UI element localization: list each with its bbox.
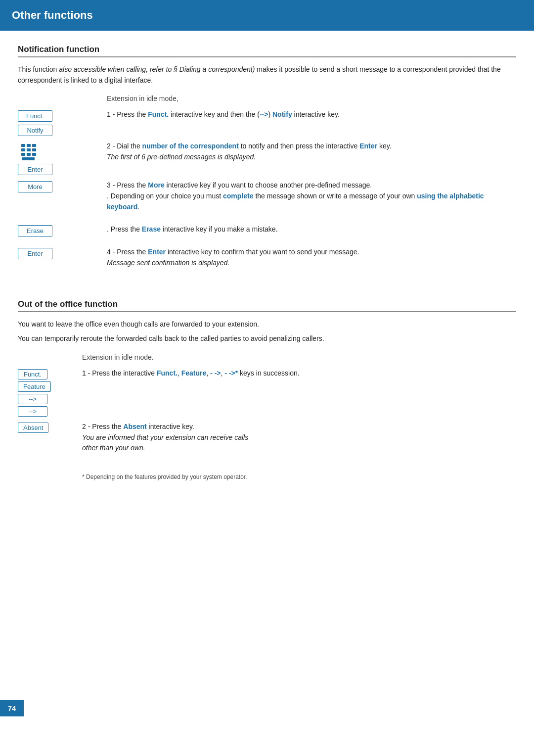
office-section-title: Out of the office function: [18, 299, 516, 312]
notification-section: Notification function This function also…: [18, 45, 516, 276]
enter-key-2[interactable]: Enter: [18, 248, 52, 259]
office-extension-idle: Extension in idle mode.: [82, 353, 154, 361]
office-step2: Absent 2 - Press the Absent interactive …: [18, 422, 516, 461]
office-intro1: You want to leave the office even though…: [18, 319, 516, 330]
keypad-icon: [18, 143, 40, 161]
notification-intro: This function also accessible when calli…: [18, 64, 516, 86]
page-number-badge: 74: [0, 700, 24, 716]
office-footnote: * Depending on the features provided by …: [82, 473, 247, 480]
erase-desc: . Press the Erase interactive key if you…: [107, 224, 516, 242]
erase-key[interactable]: Erase: [18, 225, 52, 236]
notification-step3: More 3 - Press the More interactive key …: [18, 180, 516, 219]
funct-key[interactable]: Funct.: [18, 110, 52, 122]
oof-step2-keys: Absent: [18, 422, 82, 461]
step1-keys: Funct. Notify: [18, 109, 107, 136]
oof-step1-keys: Funct. Feature --> -->: [18, 368, 82, 417]
step3-desc: 3 - Press the More interactive key if yo…: [107, 180, 516, 219]
office-section: Out of the office function You want to l…: [18, 299, 516, 480]
absent-key[interactable]: Absent: [18, 423, 48, 433]
oof-step1-desc: 1 - Press the interactive Funct., Featur…: [82, 368, 516, 417]
notification-step4: Enter 4 - Press the Enter interactive ke…: [18, 247, 516, 275]
funct-key-oof[interactable]: Funct.: [18, 369, 47, 379]
main-content: Notification function This function also…: [0, 31, 534, 498]
enter-key-1[interactable]: Enter: [18, 164, 52, 175]
step2-desc: 2 - Dial the number of the correspondent…: [107, 141, 516, 175]
page-header: Other functions: [0, 0, 534, 31]
step2-keys: Enter: [18, 141, 107, 175]
step3-keys: More: [18, 180, 107, 219]
page-number: 74: [8, 704, 16, 712]
step4-desc: 4 - Press the Enter interactive key to c…: [107, 247, 516, 275]
notification-extension-idle: Extension in idle mode,: [107, 94, 178, 102]
more-key[interactable]: More: [18, 181, 52, 192]
oof-step2-desc: 2 - Press the Absent interactive key. Yo…: [82, 422, 516, 461]
feature-key[interactable]: Feature: [18, 381, 51, 392]
step4-keys: Enter: [18, 247, 107, 275]
erase-keys: Erase: [18, 224, 107, 242]
notify-key[interactable]: Notify: [18, 125, 52, 136]
arrow-key-1[interactable]: -->: [18, 394, 47, 404]
notification-erase: Erase . Press the Erase interactive key …: [18, 224, 516, 242]
notification-step2: Enter 2 - Dial the number of the corresp…: [18, 141, 516, 175]
notification-step1: Funct. Notify 1 - Press the Funct. inter…: [18, 109, 516, 136]
office-intro2: You can temporarily reroute the forwarde…: [18, 333, 516, 344]
page-title: Other functions: [12, 9, 93, 21]
notification-section-title: Notification function: [18, 45, 516, 57]
arrow-key-2[interactable]: -->: [18, 406, 47, 417]
step1-desc: 1 - Press the Funct. interactive key and…: [107, 109, 516, 136]
office-step1: Funct. Feature --> --> 1 - Press the int…: [18, 368, 516, 417]
